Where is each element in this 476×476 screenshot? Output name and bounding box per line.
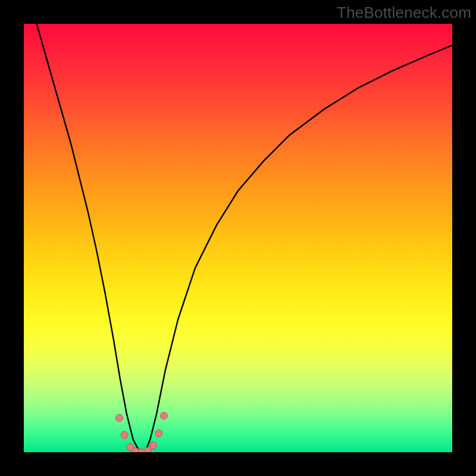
chart-overlay	[24, 24, 452, 452]
plot-area	[24, 24, 452, 452]
bottleneck-curve	[37, 24, 452, 452]
curve-marker	[149, 441, 156, 449]
curve-marker	[155, 430, 162, 437]
curve-marker	[160, 412, 167, 419]
curve-marker	[121, 431, 128, 439]
chart-frame: TheBottleneck.com	[0, 0, 476, 476]
watermark-text: TheBottleneck.com	[337, 4, 471, 22]
curve-markers	[116, 412, 168, 452]
curve-marker	[116, 414, 123, 421]
curve-marker	[144, 447, 151, 452]
